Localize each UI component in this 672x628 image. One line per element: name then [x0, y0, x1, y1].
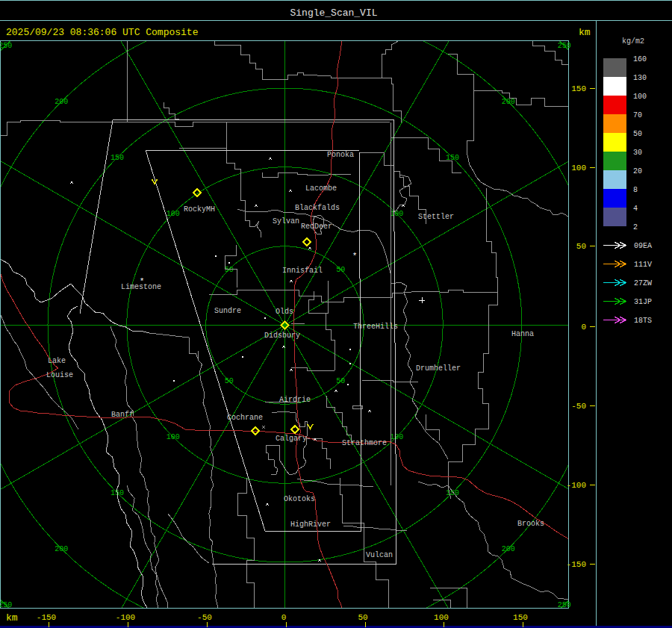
svg-text:HighRiver: HighRiver: [290, 520, 331, 529]
svg-text:Didsbury: Didsbury: [264, 332, 300, 340]
svg-text:Olds: Olds: [276, 308, 293, 316]
svg-text:Blackfalds: Blackfalds: [295, 204, 340, 212]
svg-text:Sundre: Sundre: [214, 307, 241, 315]
svg-text:31JP: 31JP: [634, 298, 652, 306]
svg-text:27ZW: 27ZW: [634, 279, 652, 287]
svg-text:-150: -150: [37, 613, 56, 622]
svg-text:Lake: Lake: [48, 357, 66, 365]
svg-text:111V: 111V: [634, 261, 652, 269]
svg-text:09EA: 09EA: [634, 242, 652, 250]
svg-text:Airdrie: Airdrie: [279, 396, 311, 404]
svg-text:50: 50: [576, 242, 586, 251]
svg-text:20: 20: [633, 167, 642, 175]
svg-text:100: 100: [390, 210, 403, 218]
svg-text:Lacombe: Lacombe: [305, 184, 337, 193]
svg-text:50: 50: [336, 266, 345, 274]
svg-text:RedDeer: RedDeer: [301, 223, 332, 231]
svg-text:Hanna: Hanna: [511, 330, 534, 338]
svg-text:-100: -100: [567, 481, 586, 490]
svg-text:Stettler: Stettler: [418, 213, 454, 221]
svg-text:Single_Scan_VIL: Single_Scan_VIL: [290, 7, 377, 19]
svg-text:Brooks: Brooks: [517, 520, 544, 528]
svg-text:Drumheller: Drumheller: [416, 364, 461, 373]
svg-text:Louise: Louise: [46, 371, 73, 379]
svg-text:Ponoka: Ponoka: [327, 151, 354, 159]
svg-text:50: 50: [358, 613, 367, 622]
svg-text:Okotoks: Okotoks: [284, 495, 315, 503]
svg-text:70: 70: [633, 111, 642, 119]
svg-text:Innisfail: Innisfail: [282, 267, 323, 275]
svg-text:250: 250: [558, 601, 571, 609]
svg-text:0: 0: [281, 613, 287, 622]
svg-text:Strathmore: Strathmore: [342, 439, 387, 447]
svg-text:ThreeHills: ThreeHills: [353, 323, 398, 331]
svg-text:130: 130: [633, 74, 647, 82]
svg-text:-50: -50: [197, 613, 212, 622]
svg-text:200: 200: [502, 545, 515, 553]
svg-text:30: 30: [633, 149, 642, 157]
svg-text:160: 160: [633, 55, 647, 63]
svg-text:Cochrane: Cochrane: [227, 414, 263, 422]
svg-text:Vulcan: Vulcan: [366, 551, 393, 559]
svg-text:-50: -50: [571, 402, 586, 411]
svg-text:*: *: [352, 252, 358, 261]
svg-text:150: 150: [446, 489, 459, 497]
svg-text:150: 150: [571, 84, 586, 93]
svg-text:150: 150: [513, 613, 528, 622]
svg-text:Banff: Banff: [111, 411, 134, 419]
svg-text:200: 200: [502, 98, 515, 106]
svg-text:RockyMH: RockyMH: [184, 205, 215, 214]
svg-text:100: 100: [571, 164, 586, 172]
svg-text:250: 250: [0, 601, 12, 609]
svg-text:Sylvan: Sylvan: [273, 217, 299, 226]
svg-text:km: km: [6, 612, 18, 624]
svg-text:150: 150: [111, 154, 124, 162]
svg-text:50: 50: [633, 130, 642, 138]
svg-text:18TS: 18TS: [634, 317, 652, 325]
svg-text:200: 200: [55, 545, 68, 553]
svg-text:km: km: [579, 27, 591, 38]
svg-text:50: 50: [225, 266, 234, 274]
svg-text:kg/m2: kg/m2: [622, 37, 644, 46]
svg-text:-100: -100: [116, 613, 135, 622]
svg-text:100: 100: [434, 613, 449, 622]
svg-text:0: 0: [581, 323, 586, 332]
svg-text:250: 250: [0, 42, 12, 50]
svg-text:50: 50: [225, 377, 234, 385]
svg-text:100: 100: [633, 93, 647, 101]
svg-text:Calgary: Calgary: [276, 435, 307, 443]
svg-text:50: 50: [336, 377, 345, 385]
svg-text:250: 250: [558, 42, 571, 50]
svg-text:4: 4: [633, 205, 638, 213]
svg-text:100: 100: [167, 433, 180, 441]
svg-text:100: 100: [167, 210, 180, 218]
svg-text:Limestone: Limestone: [121, 283, 161, 291]
svg-text:2025/09/23 08:36:06 UTC Compos: 2025/09/23 08:36:06 UTC Composite: [6, 27, 198, 38]
svg-text:2: 2: [633, 223, 638, 231]
svg-text:8: 8: [633, 186, 638, 194]
svg-text:100: 100: [390, 433, 403, 441]
svg-text:200: 200: [55, 98, 68, 106]
svg-text:-150: -150: [567, 560, 586, 569]
